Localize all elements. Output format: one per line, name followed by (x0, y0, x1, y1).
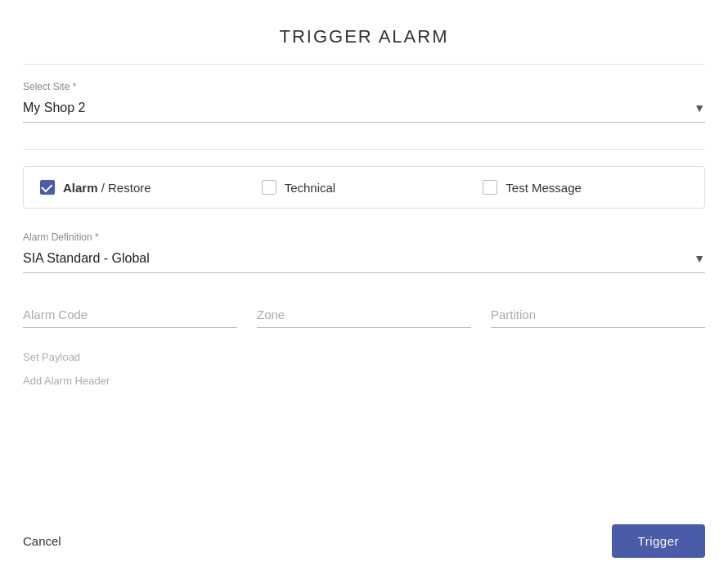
footer: Cancel Trigger (23, 501, 705, 584)
alarm-def-chevron-icon: ▼ (694, 252, 705, 265)
partition-wrapper (491, 308, 705, 328)
alarm-definition-section: Alarm Definition * SIA Standard - Global… (23, 231, 705, 293)
zone-wrapper (257, 308, 471, 328)
site-select-label: Select Site * (23, 81, 705, 92)
partition-input[interactable] (491, 308, 705, 321)
alarm-type-group: Alarm / Restore Technical Test Message (23, 166, 705, 209)
add-alarm-header-link[interactable]: Add Alarm Header (23, 375, 705, 387)
trigger-button[interactable]: Trigger (612, 524, 705, 558)
alarm-restore-label: Alarm / Restore (63, 181, 151, 195)
technical-checkbox-item[interactable]: Technical (262, 180, 467, 195)
alarm-restore-checkbox[interactable] (40, 180, 55, 195)
top-divider (23, 64, 705, 65)
site-select-display[interactable]: My Shop 2 ▼ (23, 97, 705, 122)
alarm-code-input[interactable] (23, 308, 237, 321)
alarm-definition-display[interactable]: SIA Standard - Global ▼ (23, 248, 705, 272)
cancel-button[interactable]: Cancel (23, 528, 61, 555)
test-message-label: Test Message (506, 181, 582, 195)
site-select-section: Select Site * My Shop 2 ▼ (23, 81, 705, 142)
zone-input[interactable] (257, 308, 471, 321)
technical-checkbox[interactable] (262, 180, 276, 195)
chevron-down-icon: ▼ (694, 101, 705, 115)
page-title: TRIGGER ALARM (23, 0, 705, 64)
site-select-wrapper[interactable]: My Shop 2 ▼ (23, 97, 705, 123)
technical-label: Technical (285, 181, 336, 195)
alarm-definition-label: Alarm Definition * (23, 231, 705, 243)
page-container: TRIGGER ALARM Select Site * My Shop 2 ▼ … (0, 0, 728, 584)
alarm-restore-checkbox-item[interactable]: Alarm / Restore (40, 180, 245, 195)
alarm-inputs-row (23, 308, 705, 328)
alarm-definition-value: SIA Standard - Global (23, 251, 150, 266)
alarm-definition-select[interactable]: SIA Standard - Global ▼ (23, 248, 705, 273)
alarm-code-wrapper (23, 308, 237, 328)
mid-divider (23, 149, 705, 150)
test-message-checkbox[interactable] (483, 180, 497, 195)
set-payload-link[interactable]: Set Payload (23, 351, 705, 363)
site-select-value: My Shop 2 (23, 101, 85, 115)
test-message-checkbox-item[interactable]: Test Message (483, 180, 688, 195)
